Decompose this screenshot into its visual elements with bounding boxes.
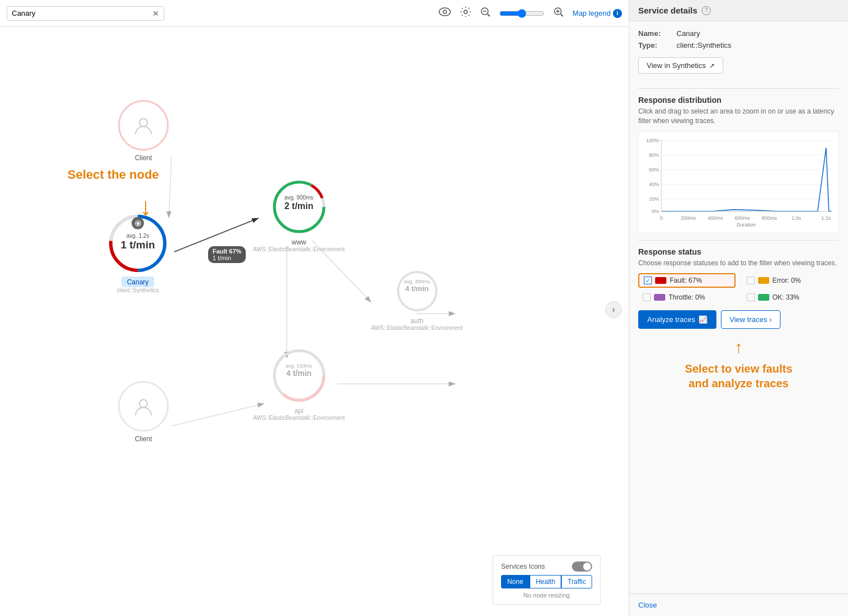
client-top-node[interactable]: Client bbox=[118, 100, 169, 162]
view-synth-label: View in Synthetics bbox=[647, 61, 706, 70]
svg-point-0 bbox=[439, 8, 450, 16]
throttle-label: Throttle: 0% bbox=[669, 293, 705, 301]
canary-type-icon bbox=[132, 217, 144, 229]
api-label: api bbox=[295, 407, 304, 415]
divider-1 bbox=[638, 88, 839, 89]
legend-panel: Services Icons None Health Traffic No no… bbox=[493, 555, 601, 605]
type-label: Type: bbox=[638, 41, 672, 49]
fault-status-item[interactable]: Fault: 67% bbox=[638, 273, 736, 288]
services-icons-toggle[interactable] bbox=[572, 561, 592, 572]
www-sublabel: AWS::ElasticBeanstalk::Environment bbox=[253, 246, 345, 252]
no-node-resizing-label: No node resizing bbox=[501, 592, 592, 599]
client-bottom-person-icon bbox=[133, 396, 154, 416]
map-legend-link[interactable]: Map legend i bbox=[572, 9, 622, 18]
throttle-status-item[interactable]: Throttle: 0% bbox=[638, 291, 736, 304]
expand-arrow-button[interactable]: › bbox=[605, 301, 622, 318]
auth-label: auth bbox=[411, 317, 423, 325]
canary-sublabel: client::Synthetics bbox=[116, 287, 159, 293]
api-sublabel: AWS::ElasticBeanstalk::Environment bbox=[253, 415, 345, 421]
ok-status-item[interactable]: OK: 33% bbox=[742, 291, 840, 304]
response-distribution-title: Response distribution bbox=[638, 96, 839, 105]
toggle-dot bbox=[583, 563, 591, 570]
svg-line-9 bbox=[561, 14, 563, 16]
view-mode-buttons: None Health Traffic bbox=[501, 575, 592, 588]
chevron-right-icon: › bbox=[769, 315, 772, 324]
gear-icon[interactable] bbox=[460, 6, 471, 20]
fault-badge-sublabel: 1 t/min bbox=[213, 255, 241, 261]
map-canvas: Select the node ↓ Client bbox=[0, 27, 629, 616]
canary-node[interactable]: avg. 1.2s 1 t/min Canary client::Synthet… bbox=[107, 212, 169, 293]
auth-stats: avg. 300ms 4 t/min bbox=[395, 279, 440, 293]
name-value: Canary bbox=[676, 29, 700, 38]
response-status-title: Response status bbox=[638, 247, 839, 256]
client-bottom-node[interactable]: Client bbox=[118, 381, 169, 443]
view-traces-button[interactable]: View traces › bbox=[721, 310, 780, 329]
zoom-slider[interactable] bbox=[499, 9, 544, 18]
service-details-panel: Service details ? Name: Canary Type: cli… bbox=[629, 0, 848, 616]
arrows-svg bbox=[0, 27, 629, 616]
svg-point-1 bbox=[443, 10, 446, 13]
canary-tpm-value: 1 t/min bbox=[107, 239, 169, 252]
name-label: Name: bbox=[638, 29, 672, 38]
health-button[interactable]: Health bbox=[530, 575, 562, 588]
api-node[interactable]: avg. 533ms 4 t/min api AWS::ElasticBeans… bbox=[253, 347, 345, 421]
client-person-icon bbox=[133, 115, 154, 135]
svg-text:0%: 0% bbox=[652, 209, 659, 214]
ok-label: OK: 33% bbox=[773, 293, 800, 301]
view-in-synthetics-button[interactable]: View in Synthetics ↗ bbox=[638, 57, 723, 74]
search-box[interactable]: ✕ bbox=[7, 6, 164, 21]
response-status-desc: Choose response statuses to add to the f… bbox=[638, 259, 839, 268]
zoom-in-icon[interactable] bbox=[553, 7, 563, 20]
analyze-traces-button[interactable]: Analyze traces 📈 bbox=[638, 310, 716, 329]
name-row: Name: Canary bbox=[638, 29, 839, 38]
close-button[interactable]: Close bbox=[638, 601, 657, 609]
annotation-bottom-text: Select to view faults and analyze traces bbox=[638, 361, 839, 391]
eye-icon[interactable] bbox=[439, 7, 451, 19]
error-status-item[interactable]: Error: 0% bbox=[742, 273, 840, 288]
svg-point-19 bbox=[139, 119, 147, 126]
svg-text:400ms: 400ms bbox=[707, 215, 723, 221]
map-legend-info-icon: i bbox=[613, 9, 622, 18]
throttle-checkbox[interactable] bbox=[643, 293, 651, 301]
response-distribution-desc: Click and drag to select an area to zoom… bbox=[638, 107, 839, 126]
error-checkbox[interactable] bbox=[747, 277, 755, 284]
throttle-color bbox=[654, 294, 665, 301]
client-bottom-label: Client bbox=[135, 435, 152, 443]
svg-text:800ms: 800ms bbox=[761, 215, 777, 221]
svg-line-12 bbox=[169, 156, 172, 218]
service-details-header: Service details ? bbox=[629, 0, 848, 21]
none-button[interactable]: None bbox=[501, 575, 530, 588]
zoom-range-input[interactable] bbox=[499, 9, 544, 18]
svg-text:1.0s: 1.0s bbox=[791, 215, 801, 221]
svg-text:1.2s: 1.2s bbox=[821, 215, 831, 221]
chart-inner: 100% 80% 60% 40% 20% 0% bbox=[643, 137, 834, 228]
service-details-title: Service details bbox=[638, 6, 697, 15]
ok-checkbox[interactable] bbox=[747, 293, 755, 301]
service-details-footer: Close bbox=[629, 594, 848, 616]
svg-line-5 bbox=[488, 14, 490, 16]
error-color bbox=[758, 277, 769, 284]
divider-2 bbox=[638, 240, 839, 241]
search-input[interactable] bbox=[12, 9, 152, 17]
fault-checkbox[interactable] bbox=[644, 277, 652, 284]
svg-text:60%: 60% bbox=[649, 167, 659, 173]
annotation-arrow-up: ↑ bbox=[638, 338, 839, 357]
annotation-bottom-container: ↑ Select to view faults and analyze trac… bbox=[638, 338, 839, 391]
services-icons-label: Services Icons bbox=[501, 563, 545, 570]
clear-search-button[interactable]: ✕ bbox=[152, 9, 159, 18]
fault-badge-label: Fault 67% bbox=[213, 248, 241, 255]
help-icon[interactable]: ? bbox=[702, 6, 711, 15]
services-icons-row: Services Icons bbox=[501, 561, 592, 572]
svg-text:0: 0 bbox=[660, 215, 662, 221]
auth-node[interactable]: avg. 300ms 4 t/min auth AWS::ElasticBean… bbox=[371, 269, 463, 331]
traffic-button[interactable]: Traffic bbox=[561, 575, 592, 588]
svg-point-2 bbox=[464, 10, 467, 13]
canary-avg-label: avg. 1.2s bbox=[107, 233, 169, 239]
response-distribution-chart[interactable]: 100% 80% 60% 40% 20% 0% bbox=[638, 132, 839, 233]
svg-point-33 bbox=[139, 400, 147, 407]
zoom-out-icon[interactable] bbox=[480, 7, 490, 20]
fault-label: Fault: 67% bbox=[670, 277, 702, 284]
www-label: www bbox=[292, 238, 306, 246]
chart-svg: 100% 80% 60% 40% 20% 0% bbox=[643, 137, 835, 227]
www-node[interactable]: avg. 900ms 2 t/min www AWS::ElasticBeans… bbox=[253, 179, 345, 252]
